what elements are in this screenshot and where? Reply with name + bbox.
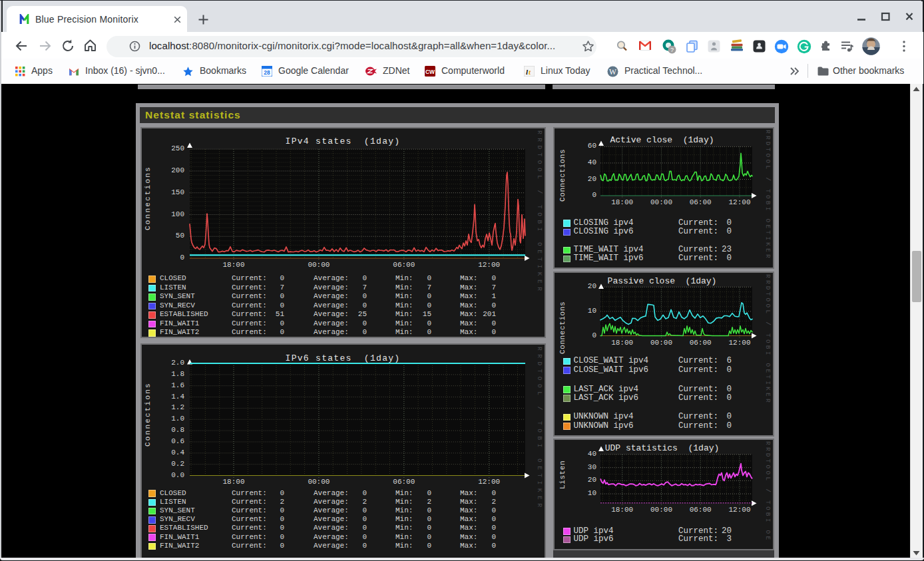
svg-text:?: ? xyxy=(670,47,674,53)
svg-text:CW: CW xyxy=(425,68,435,75)
svg-text:W: W xyxy=(609,67,616,75)
svg-text:28: 28 xyxy=(264,69,270,76)
